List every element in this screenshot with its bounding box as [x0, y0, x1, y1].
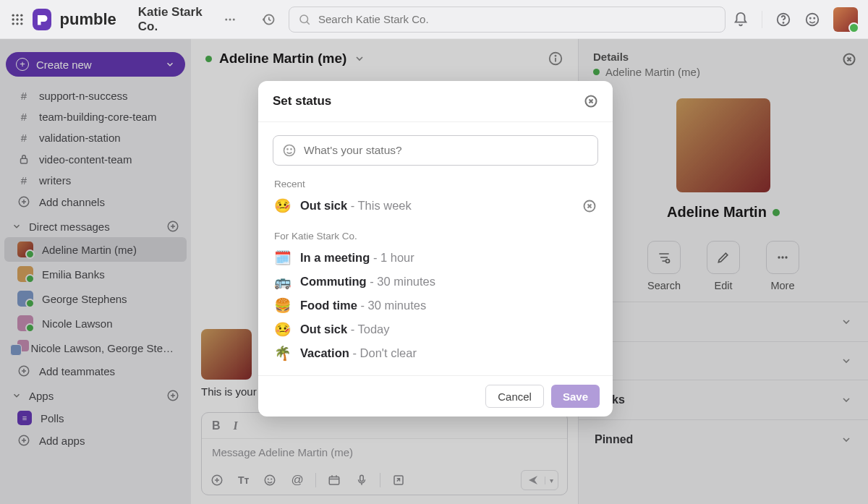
topbar: pumble Katie Stark Co.	[0, 0, 868, 39]
details-section-pinned[interactable]: Pinned	[579, 419, 868, 459]
status-suggestion[interactable]: 🌴Vacation - Don't clear	[273, 341, 598, 365]
details-subtitle: Adeline Martin (me)	[593, 66, 854, 78]
svg-point-6	[12, 22, 14, 25]
mention-icon[interactable]: @	[291, 473, 303, 487]
status-suggestion[interactable]: 🍔Food time - 30 minutes	[273, 294, 598, 317]
help-icon[interactable]	[775, 12, 791, 27]
conversation-title[interactable]: Adeline Martin (me)	[219, 51, 346, 67]
svg-point-30	[271, 479, 272, 479]
status-suggestion[interactable]: 🗓️In a meeting - 1 hour	[273, 246, 598, 270]
video-icon[interactable]	[328, 474, 341, 487]
svg-point-17	[810, 17, 811, 18]
chevron-down-icon[interactable]	[354, 53, 365, 64]
close-modal-icon[interactable]	[584, 94, 598, 108]
svg-point-13	[300, 15, 308, 23]
brand-name: pumble	[60, 10, 116, 29]
pencil-icon	[707, 241, 740, 274]
svg-point-9	[225, 18, 227, 20]
status-input-wrapper[interactable]	[273, 135, 598, 166]
cancel-button[interactable]: Cancel	[485, 385, 544, 408]
profile-name: Adeline Martin	[667, 204, 780, 221]
dm-label: Nicole Lawson, George Ste…	[30, 342, 174, 354]
status-emoji: 🌴	[274, 345, 292, 362]
search-input[interactable]	[318, 13, 716, 25]
brand-logo-icon	[33, 9, 51, 30]
details-sub-label: Adeline Martin (me)	[605, 66, 700, 78]
app-label: Polls	[41, 412, 64, 424]
channel-name: video-content-team	[39, 153, 132, 166]
channel-item[interactable]: #team-building-core-team	[4, 106, 187, 127]
plus-circle-icon	[17, 364, 30, 377]
dm-item[interactable]: George Stephens	[4, 286, 187, 311]
status-emoji: 🗓️	[274, 249, 292, 266]
details-search-action[interactable]: Search	[647, 241, 681, 291]
add-apps[interactable]: Add apps	[4, 430, 187, 451]
self-avatar	[201, 329, 252, 380]
dm-item[interactable]: Nicole Lawson	[4, 311, 187, 336]
channel-item[interactable]: #support-n-success	[4, 85, 187, 106]
presence-indicator	[593, 69, 600, 75]
add-dm-icon[interactable]	[166, 220, 179, 233]
send-button[interactable]	[522, 474, 545, 486]
add-channels[interactable]: Add channels	[4, 191, 187, 213]
presence-indicator	[773, 209, 780, 216]
workspace-menu-icon[interactable]	[224, 13, 237, 26]
svg-rect-19	[21, 158, 27, 163]
conversation-header: Adeline Martin (me)	[191, 39, 578, 78]
status-emoji: 🤒	[274, 197, 292, 214]
status-emoji: 🚌	[274, 273, 292, 290]
svg-point-11	[233, 18, 235, 20]
status-suggestion[interactable]: 🤒Out sick - Today	[273, 317, 598, 341]
emoji-picker-icon[interactable]	[263, 474, 276, 487]
emoji-icon[interactable]	[804, 12, 820, 27]
workspace-name[interactable]: Katie Stark Co.	[138, 5, 213, 34]
self-intro-text: This is your	[201, 385, 257, 398]
add-app-icon[interactable]	[166, 389, 179, 402]
status-input[interactable]	[304, 144, 589, 157]
apps-section-header[interactable]: Apps	[0, 382, 191, 406]
channel-item[interactable]: #writers	[4, 170, 187, 191]
channel-item[interactable]: #validation-station	[4, 127, 187, 148]
user-avatar[interactable]	[833, 7, 858, 32]
sidebar-app-polls[interactable]: ≡ Polls	[4, 406, 187, 430]
add-channels-label: Add channels	[39, 196, 105, 208]
text-format-icon[interactable]: Tт	[238, 474, 249, 486]
mic-icon[interactable]	[355, 474, 368, 487]
dm-item[interactable]: Emilia Banks	[4, 262, 187, 286]
history-icon[interactable]	[261, 12, 276, 27]
details-section-0[interactable]: t	[579, 302, 868, 341]
app-launcher-icon[interactable]	[10, 11, 25, 28]
channel-name: team-building-core-team	[39, 111, 157, 123]
dm-item[interactable]: Nicole Lawson, George Ste…	[4, 336, 187, 360]
hash-icon: #	[17, 174, 30, 187]
shortcut-icon[interactable]	[392, 474, 405, 487]
bold-button[interactable]: B	[212, 419, 221, 432]
info-icon[interactable]	[548, 51, 563, 67]
close-details-icon[interactable]	[842, 52, 856, 67]
details-edit-action[interactable]: Edit	[707, 241, 740, 291]
search-icon	[298, 13, 311, 26]
save-button[interactable]: Save	[551, 385, 600, 408]
dm-section-header[interactable]: Direct messages	[0, 213, 191, 237]
details-section-links[interactable]: Links	[579, 380, 868, 419]
italic-button[interactable]: I	[234, 419, 238, 432]
attach-icon[interactable]	[210, 474, 224, 487]
details-more-action[interactable]: More	[766, 241, 799, 291]
add-apps-label: Add apps	[39, 435, 85, 447]
channel-item[interactable]: video-content-team	[4, 148, 187, 170]
delete-status-icon[interactable]	[582, 199, 597, 213]
composer-input[interactable]: Message Adeline Martin (me)	[202, 439, 567, 466]
status-suggestion[interactable]: 🚌Commuting - 30 minutes	[273, 270, 598, 294]
recent-status-item[interactable]: 🤒 Out sick - This week	[273, 194, 598, 218]
dm-item[interactable]: Adeline Martin (me)	[4, 237, 187, 262]
create-new-button[interactable]: + Create new	[6, 52, 185, 77]
svg-point-15	[783, 22, 783, 23]
recent-label: Recent	[274, 179, 598, 189]
add-teammates[interactable]: Add teammates	[4, 360, 187, 382]
details-section-1[interactable]	[579, 341, 868, 380]
search-bar[interactable]	[289, 7, 726, 33]
notifications-icon[interactable]	[733, 12, 749, 27]
divider	[762, 11, 762, 28]
send-options[interactable]: ▾	[545, 477, 558, 484]
emoji-picker-icon[interactable]	[282, 143, 297, 158]
